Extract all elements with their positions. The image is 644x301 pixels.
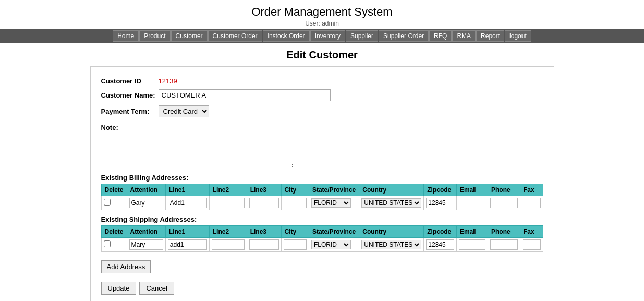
billing-zipcode-input[interactable] (426, 198, 454, 208)
payment-term-row: Payment Term: Credit CardNet 30Net 60COD (101, 105, 543, 117)
app-title: Order Management System (0, 0, 644, 20)
shipping-delete-cell (101, 238, 127, 252)
nav-item-customer-order[interactable]: Customer Order (208, 30, 262, 42)
billing-fax-cell (520, 196, 543, 210)
shipping-col-city: City (281, 226, 309, 238)
shipping-col-delete: Delete (101, 226, 127, 238)
shipping-delete-checkbox[interactable] (104, 240, 111, 247)
shipping-phone-input[interactable] (490, 239, 518, 250)
billing-line2-cell (209, 196, 247, 210)
customer-name-input[interactable] (159, 89, 331, 101)
customer-name-row: Customer Name: (101, 89, 543, 101)
billing-section-label: Existing Billing Addresses: (101, 174, 543, 182)
shipping-zipcode-cell (424, 238, 457, 252)
shipping-city-input[interactable] (284, 239, 307, 250)
shipping-line3-input[interactable] (249, 239, 279, 250)
note-textarea[interactable] (159, 122, 294, 168)
shipping-address-table: Delete Attention Line1 Line2 Line3 City … (101, 225, 543, 252)
nav-item-product[interactable]: Product (139, 30, 170, 42)
payment-term-select[interactable]: Credit CardNet 30Net 60COD (159, 105, 209, 117)
nav-item-rma[interactable]: RMA (452, 30, 476, 42)
shipping-line2-input[interactable] (212, 239, 245, 250)
shipping-col-fax: Fax (520, 226, 543, 238)
billing-col-state: State/Province (309, 184, 359, 196)
billing-attention-cell (127, 196, 165, 210)
update-button[interactable]: Update (101, 282, 137, 295)
billing-city-input[interactable] (284, 198, 307, 208)
shipping-col-zip: Zipcode (424, 226, 457, 238)
billing-attention-input[interactable] (129, 198, 163, 208)
cancel-button[interactable]: Cancel (139, 282, 174, 295)
billing-state-cell: FLORIDALABAMALASKAARIZONARKANSCALIFOCOLO… (309, 196, 359, 210)
billing-state-select[interactable]: FLORIDALABAMALASKAARIZONARKANSCALIFOCOLO… (311, 198, 351, 208)
billing-line1-cell (165, 196, 209, 210)
billing-table-body: FLORIDALABAMALASKAARIZONARKANSCALIFOCOLO… (101, 196, 543, 210)
nav-item-supplier-order[interactable]: Supplier Order (379, 30, 429, 42)
payment-term-label: Payment Term: (101, 105, 159, 115)
nav-item-supplier[interactable]: Supplier (346, 30, 378, 42)
billing-delete-checkbox[interactable] (104, 199, 111, 206)
shipping-table-body: FLORIDALABAMALASKAARIZONARKANSCALIFOCOLO… (101, 238, 543, 252)
page-title: Edit Customer (0, 43, 644, 66)
shipping-line1-cell (165, 238, 209, 252)
nav-item-customer[interactable]: Customer (171, 30, 208, 42)
nav-item-rfq[interactable]: RFQ (429, 30, 452, 42)
billing-address-table: Delete Attention Line1 Line2 Line3 City … (101, 184, 543, 210)
billing-col-phone: Phone (488, 184, 520, 196)
user-info: User: admin (0, 20, 644, 27)
nav-item-instock-order[interactable]: Instock Order (263, 30, 310, 42)
billing-col-fax: Fax (520, 184, 543, 196)
shipping-state-select[interactable]: FLORIDALABAMALASKAARIZONARKANSCALIFOCOLO… (311, 240, 351, 249)
shipping-section-label: Existing Shipping Addresses: (101, 215, 543, 223)
billing-col-line3: Line3 (247, 184, 281, 196)
billing-col-delete: Delete (101, 184, 127, 196)
shipping-col-line1: Line1 (165, 226, 209, 238)
shipping-attention-input[interactable] (129, 239, 163, 250)
billing-phone-input[interactable] (490, 198, 518, 208)
billing-col-zip: Zipcode (424, 184, 457, 196)
billing-col-line2: Line2 (209, 184, 247, 196)
customer-id-value: 12139 (159, 75, 177, 85)
billing-delete-cell (101, 196, 127, 210)
shipping-line2-cell (209, 238, 247, 252)
nav-item-home[interactable]: Home (113, 30, 139, 42)
billing-email-input[interactable] (459, 198, 485, 208)
nav-item-inventory[interactable]: Inventory (310, 30, 345, 42)
billing-col-line1: Line1 (165, 184, 209, 196)
edit-customer-form: Customer ID 12139 Customer Name: Payment… (90, 66, 554, 301)
shipping-line3-cell (247, 238, 281, 252)
billing-fax-input[interactable] (523, 198, 541, 208)
shipping-country-select[interactable]: UNITED STATESCANADAMEXICOOTHER (361, 240, 421, 249)
nav-item-report[interactable]: Report (476, 30, 504, 42)
shipping-table-header: Delete Attention Line1 Line2 Line3 City … (101, 226, 543, 238)
billing-zipcode-cell (424, 196, 457, 210)
shipping-fax-cell (520, 238, 543, 252)
billing-phone-cell (488, 196, 520, 210)
shipping-line1-input[interactable] (168, 239, 207, 250)
shipping-fax-input[interactable] (523, 239, 541, 250)
shipping-col-country: Country (359, 226, 424, 238)
billing-country-cell: UNITED STATESCANADAMEXICOOTHER (359, 196, 424, 210)
billing-col-country: Country (359, 184, 424, 196)
note-label: Note: (101, 122, 159, 131)
billing-line3-input[interactable] (249, 198, 279, 208)
customer-name-label: Customer Name: (101, 89, 159, 99)
billing-line3-cell (247, 196, 281, 210)
shipping-state-cell: FLORIDALABAMALASKAARIZONARKANSCALIFOCOLO… (309, 238, 359, 252)
add-address-button[interactable]: Add Address (101, 260, 151, 273)
shipping-zipcode-input[interactable] (426, 239, 454, 250)
billing-line2-input[interactable] (212, 198, 245, 208)
shipping-email-input[interactable] (459, 239, 485, 250)
billing-col-attention: Attention (127, 184, 165, 196)
customer-id-label: Customer ID (101, 75, 159, 85)
billing-col-city: City (281, 184, 309, 196)
billing-email-cell (456, 196, 488, 210)
billing-country-select[interactable]: UNITED STATESCANADAMEXICOOTHER (361, 198, 421, 208)
shipping-email-cell (456, 238, 488, 252)
shipping-col-state: State/Province (309, 226, 359, 238)
shipping-col-line3: Line3 (247, 226, 281, 238)
nav-item-logout[interactable]: logout (505, 30, 531, 42)
shipping-col-line2: Line2 (209, 226, 247, 238)
billing-line1-input[interactable] (168, 198, 207, 208)
shipping-phone-cell (488, 238, 520, 252)
